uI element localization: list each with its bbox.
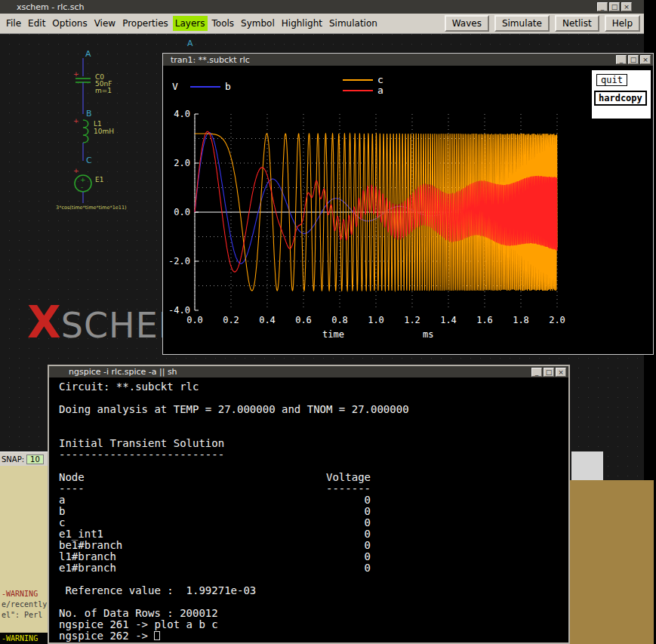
svg-text:4.0: 4.0 [174,109,190,119]
legend-label-c: c [377,74,383,85]
xschem-window-controls: _ □ × [596,2,644,11]
node-label-c: C [86,156,92,165]
xschem-menubar: FileEditOptionsViewPropertiesLayersTools… [0,14,644,34]
console-log-line: -WARNING [2,589,48,599]
capacitor-attr: m=1 [95,87,112,94]
waveform-plot: 0.00.20.40.60.81.01.21.41.61.82.0-4.0-2.… [169,106,577,345]
menu-highlight[interactable]: Highlight [279,16,325,31]
waveform-window-title: tran1: **.subckt rlc [163,55,250,65]
svg-text:ms: ms [423,329,433,340]
minimize-icon[interactable]: _ [597,2,608,11]
legend-line-a [343,90,373,91]
snap-value-field[interactable]: 10 [26,454,44,464]
quit-button[interactable]: quit [596,74,627,86]
menu-view[interactable]: View [92,16,118,31]
svg-text:1.4: 1.4 [440,315,457,325]
svg-text:1.2: 1.2 [404,315,420,325]
source-expression: 3*cos(time*time*time*1e11) [56,205,127,211]
svg-text:1.0: 1.0 [368,315,384,325]
source-plus-sign: + [80,176,86,183]
menu-symbol[interactable]: Symbol [239,16,277,31]
xschem-log-console: -WARNINGe/recently)el": Perl [0,466,48,633]
menu-items: FileEditOptionsViewPropertiesLayersTools… [4,16,382,31]
waveform-client-area: V b c a quit hardcopy 0.00.20.40.60.81.0… [163,66,653,354]
xschem-titlebar[interactable]: xschem - rlc.sch _ □ × [0,0,644,14]
node-label-a: A [85,49,91,59]
snap-label: SNAP: [2,455,24,464]
plus-mark: + [73,70,79,78]
maximize-icon[interactable]: □ [609,2,620,11]
close-icon[interactable]: × [640,55,651,64]
legend-item-c: c [343,74,383,85]
background-window-tan[interactable] [570,480,654,644]
inductor-name: L1 [94,120,102,128]
help-button[interactable]: Help [605,15,640,32]
minimize-icon[interactable]: _ [616,55,627,64]
legend-label-b: b [225,81,231,92]
console-log-line: el": Perl [2,610,48,621]
hardcopy-button[interactable]: hardcopy [594,91,647,106]
xschem-logo-x: X [27,297,61,348]
maximize-icon[interactable]: □ [628,55,639,64]
node-label-b: B [86,109,92,119]
inductor-value: 10mH [94,128,114,135]
svg-text:0.4: 0.4 [259,315,276,325]
legend-line-c [343,79,373,81]
xschem-window-title: xschem - rlc.sch [0,2,85,12]
y-axis-unit-label: V [172,81,178,92]
netlist-button[interactable]: Netlist [555,15,599,32]
terminal-window-controls: _ □ × [530,368,568,377]
menu-simulation[interactable]: Simulation [327,16,380,31]
svg-text:0.0: 0.0 [174,207,190,217]
toolbar-buttons: WavesSimulateNetlistHelp [439,15,644,32]
plus-mark: + [73,117,79,125]
minimize-icon[interactable]: _ [531,368,542,377]
menu-file[interactable]: File [4,16,23,31]
legend-item-a: a [343,85,383,96]
svg-text:0.0: 0.0 [186,315,203,325]
menu-options[interactable]: Options [50,16,89,31]
svg-text:-4.0: -4.0 [169,305,190,316]
svg-text:0.6: 0.6 [295,315,312,325]
legend-line-b [190,86,220,88]
terminal-output: Circuit: **.subckt rlc Doing analysis at… [59,381,568,642]
source-name: E1 [95,176,103,183]
svg-text:-2.0: -2.0 [169,256,190,267]
snap-statusbar: SNAP: 10 [0,451,48,466]
close-icon[interactable]: × [621,2,632,11]
plot-control-panel: quit hardcopy [592,70,651,119]
bottom-warning-strip: -WARNING [0,633,48,644]
menu-layers[interactable]: Layers [173,16,208,31]
close-icon[interactable]: × [556,368,566,377]
svg-text:2.0: 2.0 [549,315,565,325]
svg-text:0.8: 0.8 [331,315,348,325]
waveform-window: tran1: **.subckt rlc _ □ × V b c a qui [162,53,654,355]
terminal-body[interactable]: Circuit: **.subckt rlc Doing analysis at… [49,377,568,642]
menu-properties[interactable]: Properties [120,16,171,31]
source-minus-sign: - [81,183,83,191]
maximize-icon[interactable]: □ [544,368,554,377]
terminal-titlebar[interactable]: ngspice -i rlc.spice -a || sh _ □ × [49,366,568,377]
terminal-window-title: ngspice -i rlc.spice -a || sh [49,367,177,377]
background-window-gray[interactable] [571,451,603,480]
menu-tools[interactable]: Tools [210,16,237,31]
menu-edit[interactable]: Edit [26,16,48,31]
legend-item-b: b [190,81,231,92]
screen: xschem - rlc.sch _ □ × FileEditOptionsVi… [0,0,656,644]
svg-text:1.6: 1.6 [476,315,493,325]
waveform-window-controls: _ □ × [614,55,653,64]
waveform-titlebar[interactable]: tran1: **.subckt rlc _ □ × [163,54,653,66]
plus-mark: + [73,167,79,174]
svg-text:1.8: 1.8 [513,315,529,325]
inductor-symbol [83,120,88,143]
svg-text:time: time [322,329,344,340]
legend-label-a: a [377,85,383,96]
simulate-button[interactable]: Simulate [494,15,550,32]
svg-text:2.0: 2.0 [174,158,190,168]
waves-button[interactable]: Waves [445,15,489,32]
terminal-cursor [154,631,160,640]
svg-text:0.2: 0.2 [223,315,239,325]
console-log-line: e/recently) [2,599,48,610]
terminal-window: ngspice -i rlc.spice -a || sh _ □ × Circ… [48,365,570,644]
